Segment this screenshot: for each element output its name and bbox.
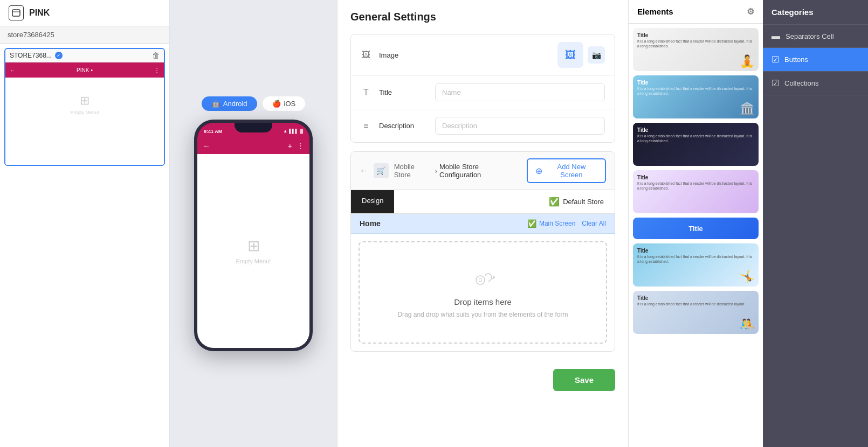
el-title-7: Title bbox=[637, 295, 648, 301]
element-card-4[interactable]: Title It is a long established fact that… bbox=[633, 170, 759, 213]
figure-yoga-icon: 🧘 bbox=[740, 54, 754, 68]
category-item-separators[interactable]: ▬ Separators Cell bbox=[763, 25, 868, 48]
title-input[interactable] bbox=[435, 83, 605, 101]
screen-item[interactable]: STORE7368... ✓ 🗑 ← PINK • ⋮ ⊞ Empty Menu… bbox=[4, 48, 165, 166]
element-card-3[interactable]: Title It is a long established fact that… bbox=[633, 123, 759, 166]
el-desc-3: It is a long established fact that a rea… bbox=[637, 134, 754, 143]
store-id: store73686425 bbox=[0, 26, 169, 44]
preview-menu: ⋮ bbox=[154, 67, 160, 73]
image-row: 🖼 Image 🖼 📷 bbox=[351, 34, 615, 76]
elements-settings-icon[interactable]: ⚙ bbox=[747, 6, 754, 17]
default-store-check-icon: ✅ bbox=[549, 197, 560, 207]
add-screen-button[interactable]: ⊕ Add New Screen bbox=[527, 158, 606, 183]
default-store-tab[interactable]: ✅ Default Store bbox=[538, 190, 615, 213]
app-title: PINK bbox=[29, 8, 50, 18]
platform-tab-ios[interactable]: 🍎 iOS bbox=[263, 96, 306, 111]
el-button-label-5: Title bbox=[688, 225, 703, 233]
el-title-6: Title bbox=[637, 248, 648, 254]
element-card-6[interactable]: Title It is a long established fact that… bbox=[633, 243, 759, 287]
design-tab-label: Design bbox=[362, 197, 383, 205]
el-card-content-3: Title It is a long established fact that… bbox=[633, 123, 759, 166]
signal-icon: ▌▌▌ bbox=[289, 129, 298, 134]
title-row: T Title bbox=[351, 76, 615, 109]
description-row: ≡ Description bbox=[351, 109, 615, 142]
el-desc-2: It is a long established fact that a rea… bbox=[637, 86, 754, 96]
phone-content-label: Empty Menu! bbox=[236, 258, 271, 264]
drop-zone-subtitle: Drag and drop what suits you from the el… bbox=[397, 311, 568, 318]
el-title-1: Title bbox=[637, 32, 648, 38]
screen-preview: ← PINK • ⋮ ⊞ Empty Menu! bbox=[5, 62, 164, 165]
collections-icon: ☑ bbox=[771, 78, 779, 88]
el-title-3: Title bbox=[637, 127, 648, 133]
wifi-icon: ▲ bbox=[283, 129, 287, 134]
phone-notch bbox=[235, 123, 272, 132]
phone-dots-icon: ⋮ bbox=[297, 142, 304, 150]
home-tab-label: Home bbox=[360, 219, 381, 228]
element-card-7[interactable]: Title It is a long established fact that… bbox=[633, 291, 759, 334]
android-icon: 🤖 bbox=[211, 100, 220, 108]
svg-point-2 bbox=[476, 276, 485, 284]
nav-back-btn[interactable]: ← bbox=[360, 166, 368, 176]
status-icons: ▲ ▌▌▌ ▓ bbox=[283, 129, 303, 134]
drop-zone-icon bbox=[470, 267, 497, 293]
save-button[interactable]: Save bbox=[553, 369, 615, 391]
categories-title: Categories bbox=[763, 0, 868, 25]
description-input[interactable] bbox=[435, 117, 605, 135]
clear-all-button[interactable]: Clear All bbox=[582, 220, 606, 227]
screen-item-label: STORE7368... ✓ bbox=[10, 52, 63, 59]
nav-config-header: ← 🛒 Mobile Store › Mobile Store Configur… bbox=[351, 152, 615, 190]
preview-back: ← bbox=[10, 67, 15, 73]
design-tab[interactable]: Design bbox=[351, 190, 394, 213]
category-item-collections[interactable]: ☑ Collections bbox=[763, 72, 868, 95]
screen-item-header: STORE7368... ✓ 🗑 bbox=[5, 49, 164, 62]
image-icon: 🖼 bbox=[361, 50, 371, 60]
el-desc-1: It is a long established fact that a rea… bbox=[637, 39, 754, 48]
breadcrumb-parent: Mobile Store bbox=[394, 163, 433, 179]
element-card-1[interactable]: Title It is a long established fact that… bbox=[633, 28, 759, 71]
screen-name-text: STORE7368... bbox=[10, 52, 52, 59]
delete-screen-icon[interactable]: 🗑 bbox=[152, 51, 160, 60]
category-label-buttons: Buttons bbox=[784, 55, 808, 64]
main-screen-check-icon: ✅ bbox=[527, 219, 536, 228]
camera-icon: 📷 bbox=[592, 51, 601, 59]
settings-title: General Settings bbox=[350, 11, 615, 23]
phone-area: 🤖 Android 🍎 iOS 9:41 AM ▲ ▌▌▌ ▓ bbox=[170, 0, 337, 447]
platform-tab-android[interactable]: 🤖 Android bbox=[202, 96, 257, 111]
element-card-5[interactable]: Title bbox=[633, 218, 759, 239]
preview-pink-label: PINK • bbox=[73, 66, 96, 74]
elements-panel: Elements ⚙ Title It is a long establishe… bbox=[628, 0, 763, 447]
app-logo-icon bbox=[9, 5, 24, 20]
android-label: Android bbox=[223, 100, 247, 108]
main-area: 🤖 Android 🍎 iOS 9:41 AM ▲ ▌▌▌ ▓ bbox=[170, 0, 628, 447]
platform-tabs: 🤖 Android 🍎 iOS bbox=[202, 96, 305, 111]
el-desc-6: It is a long established fact that a rea… bbox=[637, 254, 754, 264]
phone-back-icon: ← bbox=[203, 142, 210, 150]
elements-header: Elements ⚙ bbox=[629, 0, 763, 24]
design-tabs: Design ✅ Default Store bbox=[351, 190, 615, 214]
description-label: Description bbox=[379, 122, 428, 130]
main-screen-text: Main Screen bbox=[539, 220, 575, 227]
el-desc-7: It is a long established fact that a rea… bbox=[637, 302, 754, 306]
element-card-2[interactable]: Title It is a long established fact that… bbox=[633, 75, 759, 118]
el-desc-4: It is a long established fact that a rea… bbox=[637, 181, 754, 191]
nav-breadcrumb: Mobile Store › Mobile Store Configuratio… bbox=[394, 163, 521, 179]
camera-upload-btn[interactable]: 📷 bbox=[588, 46, 605, 64]
elements-title: Elements bbox=[637, 7, 673, 16]
el-title-4: Title bbox=[637, 174, 648, 180]
general-settings-card: 🖼 Image 🖼 📷 T Title bbox=[350, 34, 615, 143]
phone-plus-icon: + bbox=[288, 142, 292, 150]
status-time: 9:41 AM bbox=[204, 129, 222, 134]
category-item-buttons[interactable]: ☑ Buttons bbox=[763, 48, 868, 72]
categories-panel: Categories ▬ Separators Cell ☑ Buttons ☑… bbox=[763, 0, 868, 447]
apple-icon: 🍎 bbox=[272, 100, 281, 108]
category-label-separators: Separators Cell bbox=[786, 32, 834, 40]
settings-panel: General Settings 🖼 Image 🖼 📷 bbox=[337, 0, 628, 447]
check-badge-icon: ✓ bbox=[55, 52, 63, 59]
el-card-content-2: Title It is a long established fact that… bbox=[633, 75, 759, 118]
image-upload-btn[interactable]: 🖼 bbox=[557, 42, 583, 68]
breadcrumb-current: Mobile Store Configuration bbox=[439, 163, 521, 179]
figure-gymnastics-icon: 🤸 bbox=[740, 270, 754, 284]
svg-point-4 bbox=[493, 276, 495, 278]
main-screen-badge: ✅ Main Screen bbox=[527, 219, 575, 228]
content-split: 🤖 Android 🍎 iOS 9:41 AM ▲ ▌▌▌ ▓ bbox=[170, 0, 628, 447]
